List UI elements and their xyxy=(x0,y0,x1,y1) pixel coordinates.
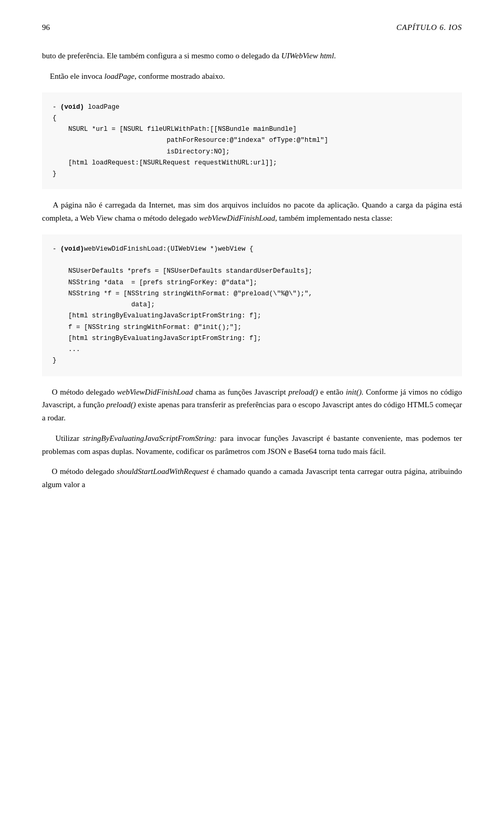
paragraph-2: Então ele invoca loadPage, conforme most… xyxy=(42,70,462,83)
chapter-title: CAPÍTULO 6. IOS xyxy=(396,21,462,34)
inline-italic-preload2: preload() xyxy=(107,400,136,409)
inline-italic-preload: preload() xyxy=(288,388,318,396)
inline-italic-webviewdidfinishload: webViewDidFinishLoad xyxy=(199,214,275,222)
page-header: 96 CAPÍTULO 6. IOS xyxy=(42,21,462,34)
inline-italic-init: init(). xyxy=(346,388,364,396)
paragraph-1: buto de preferência. Ele também configur… xyxy=(42,49,462,63)
paragraph-3: A página não é carregada da Internet, ma… xyxy=(42,199,462,225)
page-number: 96 xyxy=(42,21,50,34)
inline-italic-uiwebview: UIWebView html xyxy=(281,51,334,60)
inline-italic-webviewdidfinishload2: webViewDidFinishLoad xyxy=(117,388,193,396)
code-block-loadpage: - (void) loadPage { NSURL *url = [NSURL … xyxy=(42,92,462,190)
inline-italic-loadpage: loadPage xyxy=(104,72,135,80)
code-block-webviewdidfinishload: - (void)webViewDidFinishLoad:(UIWebView … xyxy=(42,234,462,376)
paragraph-4: O método delegado webViewDidFinishLoad c… xyxy=(42,386,462,425)
inline-italic-shouldstartload: shouldStartLoadWithRequest xyxy=(117,467,208,476)
paragraph-6: O método delegado shouldStartLoadWithReq… xyxy=(42,465,462,491)
inline-italic-stringbyevaluating: stringByEvaluatingJavaScriptFromString: xyxy=(83,434,217,442)
paragraph-5: Utilizar stringByEvaluatingJavaScriptFro… xyxy=(42,432,462,458)
